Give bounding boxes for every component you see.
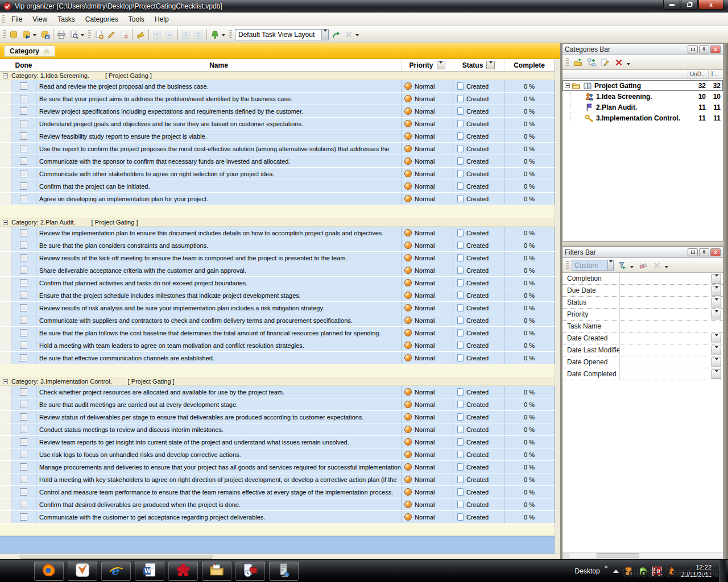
filter-dropdown-button[interactable] (712, 274, 721, 284)
category-group-row[interactable]: Category: 1.Idea Screening.[ Project Gat… (0, 72, 560, 80)
row-selector[interactable] (0, 473, 11, 485)
menu-tools[interactable]: Tools (123, 14, 150, 25)
done-checkbox[interactable] (20, 195, 27, 202)
done-checkbox[interactable] (20, 279, 27, 286)
delete-category-icon[interactable] (613, 56, 625, 69)
task-name-cell[interactable]: Agree on developing an implementation pl… (36, 193, 402, 205)
panel-restore-icon[interactable] (688, 45, 698, 53)
status-cell[interactable]: Created (453, 398, 504, 410)
done-checkbox[interactable] (20, 438, 27, 446)
status-cell[interactable]: Created (453, 155, 504, 167)
row-selector[interactable] (0, 155, 11, 167)
status-cell[interactable]: Created (453, 105, 504, 117)
done-checkbox[interactable] (20, 401, 27, 408)
done-checkbox[interactable] (20, 317, 27, 324)
priority-filter-button[interactable] (437, 61, 445, 69)
desktop-toolbar[interactable]: Desktop » (575, 567, 608, 575)
status-filter-button[interactable] (486, 61, 495, 69)
done-checkbox[interactable] (20, 132, 27, 140)
menu-file[interactable]: File (6, 14, 27, 25)
priority-cell[interactable]: Normal (402, 180, 453, 192)
toolbar-grip[interactable] (229, 30, 232, 39)
dropdown-caret-icon[interactable] (627, 63, 630, 65)
show-hidden-icons-icon[interactable] (613, 569, 619, 573)
taskbar-app-word[interactable]: W (135, 562, 164, 581)
row-selector[interactable] (0, 423, 11, 435)
status-cell[interactable]: Created (453, 277, 504, 289)
panel-splitter[interactable] (562, 242, 723, 246)
priority-cell[interactable]: Normal (402, 461, 453, 473)
toolbar-grip[interactable] (566, 58, 569, 67)
task-name-cell[interactable]: Communicate with other stakeholders to a… (36, 168, 402, 180)
task-name-cell[interactable]: Control and measure team performance to … (36, 486, 402, 498)
task-name-cell[interactable]: Review results of the kick-off meeting t… (36, 252, 402, 264)
priority-cell[interactable]: Normal (402, 105, 453, 117)
done-checkbox[interactable] (20, 354, 27, 361)
task-name-cell[interactable]: Be sure that the plan considers constrai… (36, 239, 402, 251)
priority-cell[interactable]: Normal (402, 227, 453, 239)
priority-cell[interactable]: Normal (402, 511, 453, 523)
row-selector[interactable] (0, 339, 11, 351)
layout-combo[interactable]: Default Task View Layout (235, 29, 329, 40)
filter-dropdown-button[interactable] (712, 369, 721, 379)
row-selector[interactable] (0, 277, 11, 289)
task-name-cell[interactable]: Be sure that the plan follows the cost b… (36, 327, 402, 339)
row-selector[interactable] (0, 398, 11, 410)
panel-close-icon[interactable]: x (710, 45, 721, 53)
task-name-cell[interactable]: Confirm that the project can be initiate… (36, 180, 402, 192)
priority-cell[interactable]: Normal (402, 411, 453, 423)
row-selector[interactable] (0, 130, 11, 142)
priority-cell[interactable]: Normal (402, 93, 453, 105)
add-subcategory-icon[interactable] (585, 56, 598, 69)
task-name-cell[interactable]: Use the report to confirm the project pr… (36, 143, 402, 155)
column-header-done[interactable]: Done (11, 59, 36, 71)
status-cell[interactable]: Created (453, 130, 504, 142)
menu-view[interactable]: View (27, 14, 52, 25)
toolbar-grip[interactable] (3, 30, 6, 39)
add-task-icon[interactable] (93, 28, 105, 41)
done-checkbox[interactable] (20, 451, 27, 458)
done-checkbox[interactable] (20, 229, 27, 236)
status-cell[interactable]: Created (453, 93, 504, 105)
status-cell[interactable]: Created (453, 289, 504, 301)
column-header-name[interactable]: Name (36, 59, 402, 71)
task-name-cell[interactable]: Communicate with the sponsor to confirm … (36, 155, 402, 167)
priority-cell[interactable]: Normal (402, 473, 453, 485)
edit-category-icon[interactable] (599, 56, 611, 69)
filter-dropdown-button[interactable] (712, 334, 721, 343)
filter-value-field[interactable] (619, 285, 712, 296)
collapse-group-icon[interactable] (3, 220, 8, 225)
filters-horizontal-scrollbar[interactable] (562, 552, 723, 559)
priority-cell[interactable]: Normal (402, 118, 453, 130)
scrollbar-thumb[interactable] (597, 553, 639, 558)
done-checkbox[interactable] (20, 501, 27, 508)
row-selector[interactable] (0, 143, 11, 155)
done-checkbox[interactable] (20, 388, 27, 396)
row-selector[interactable] (0, 227, 11, 239)
task-name-cell[interactable]: Manage procurements and deliveries to en… (36, 461, 402, 473)
task-name-cell[interactable]: Hold a meeting with key stakeholders to … (36, 473, 402, 485)
panel-restore-icon[interactable] (688, 248, 698, 256)
priority-cell[interactable]: Normal (402, 327, 453, 339)
done-checkbox[interactable] (20, 145, 27, 152)
taskbar-app-vip-organizer[interactable] (68, 562, 97, 581)
restore-button[interactable] (681, 0, 698, 10)
done-checkbox[interactable] (20, 242, 27, 249)
row-selector[interactable] (0, 511, 11, 523)
priority-cell[interactable]: Normal (402, 302, 453, 314)
dropdown-caret-icon[interactable] (630, 266, 634, 268)
row-selector[interactable] (0, 327, 11, 339)
filter-value-field[interactable] (619, 309, 712, 320)
task-name-cell[interactable]: Conduct status meetings to review and di… (36, 423, 402, 435)
task-name-cell[interactable]: Be sure that audit meetings are carried … (36, 398, 402, 410)
category-group-row[interactable]: Category: 2.Plan Audit.[ Project Gating … (0, 218, 560, 227)
row-selector[interactable] (0, 105, 11, 117)
filter-value-field[interactable] (619, 297, 712, 308)
collapse-group-icon[interactable] (3, 73, 8, 78)
task-name-cell[interactable]: Be sure that effective communication cha… (36, 352, 402, 364)
close-button[interactable]: x (698, 0, 723, 10)
done-checkbox[interactable] (20, 476, 27, 483)
apply-layout-icon[interactable] (330, 28, 342, 41)
done-checkbox[interactable] (20, 513, 27, 521)
status-cell[interactable]: Created (453, 386, 504, 398)
